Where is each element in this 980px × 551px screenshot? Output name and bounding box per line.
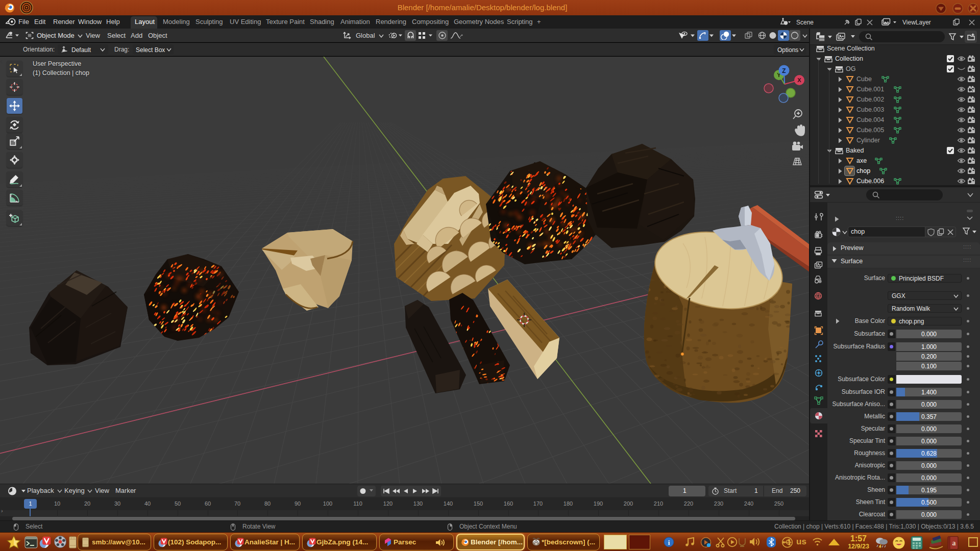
- svg-text:i: i: [668, 539, 670, 546]
- svg-text:X: X: [797, 77, 801, 83]
- svg-text:a: a: [952, 539, 956, 547]
- svg-text:Z: Z: [782, 67, 786, 74]
